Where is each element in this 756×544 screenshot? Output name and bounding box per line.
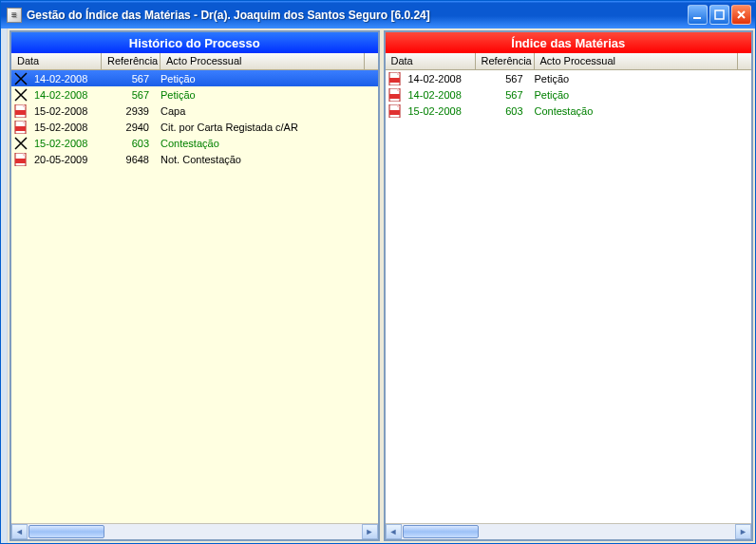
cell-referencia: 567 — [102, 73, 157, 84]
row-icon-cell — [386, 88, 405, 102]
cell-data: 15-02-2008 — [30, 122, 102, 133]
pdf-icon — [388, 104, 402, 118]
col-spare — [365, 53, 378, 69]
panel-header-right: Índice das Matérias — [386, 32, 752, 53]
col-referencia[interactable]: Referência — [476, 53, 535, 69]
panel-header-left: Histórico do Processo — [11, 32, 378, 53]
table-row[interactable]: 15-02-20082939Capa — [11, 103, 378, 119]
svg-rect-0 — [693, 17, 701, 19]
titlebar[interactable]: ≡ Gestão do Índice das Matérias - Dr(a).… — [1, 1, 755, 28]
grid-body-right[interactable]: 14-02-2008567Petição14-02-2008567Petição… — [386, 70, 752, 523]
close-icon — [736, 9, 747, 20]
pen-x-icon — [14, 72, 28, 85]
col-acto[interactable]: Acto Processual — [535, 53, 739, 69]
pen-x-icon — [14, 137, 28, 150]
grid-right: Data Referência Acto Processual 14-02-20… — [386, 53, 752, 539]
pdf-icon — [388, 88, 402, 102]
minimize-icon — [692, 9, 703, 20]
cell-referencia: 2940 — [102, 122, 157, 133]
table-row[interactable]: 15-02-2008603Contestação — [386, 103, 752, 119]
table-row[interactable]: 14-02-2008567Petição — [11, 70, 378, 86]
cell-acto: Petição — [157, 89, 378, 101]
col-data[interactable]: Data — [11, 53, 102, 69]
pdf-icon — [388, 72, 402, 85]
scroll-track[interactable] — [28, 524, 362, 539]
cell-referencia: 603 — [476, 105, 531, 117]
row-icon-cell — [386, 72, 405, 85]
col-acto[interactable]: Acto Processual — [161, 53, 365, 69]
close-button[interactable] — [731, 5, 751, 25]
panel-historico: Histórico do Processo Data Referência Ac… — [9, 30, 380, 541]
table-row[interactable]: 14-02-2008567Petição — [386, 86, 752, 103]
cell-acto: Contestação — [157, 138, 378, 149]
table-row[interactable]: 20-05-20099648Not. Contestação — [11, 151, 378, 167]
scroll-right-button[interactable]: ► — [362, 524, 378, 539]
cell-data: 20-05-2009 — [30, 154, 102, 165]
cell-acto: Petição — [157, 73, 378, 84]
cell-referencia: 567 — [102, 89, 157, 101]
scroll-thumb[interactable] — [28, 525, 104, 538]
cell-referencia: 567 — [476, 73, 531, 84]
cell-acto: Petição — [531, 73, 752, 84]
cell-referencia: 603 — [102, 138, 157, 149]
cell-acto: Capa — [157, 105, 378, 117]
col-data[interactable]: Data — [386, 53, 476, 69]
cell-data: 14-02-2008 — [30, 89, 102, 101]
grid-body-left[interactable]: 14-02-2008567Petição14-02-2008567Petição… — [11, 70, 378, 523]
pdf-icon — [14, 121, 28, 134]
scroll-left-button[interactable]: ◄ — [386, 524, 402, 539]
app-icon: ≡ — [7, 8, 22, 23]
cell-referencia: 9648 — [102, 154, 157, 165]
row-icon-cell — [11, 153, 30, 166]
client-area: Histórico do Processo Data Referência Ac… — [1, 28, 755, 543]
cell-referencia: 2939 — [102, 105, 157, 117]
cell-referencia: 567 — [476, 89, 531, 101]
left-gutter — [1, 28, 8, 543]
cell-acto: Cit. por Carta Registada c/AR — [157, 122, 378, 133]
hscroll-right[interactable]: ◄ ► — [386, 523, 752, 539]
maximize-icon — [714, 9, 725, 20]
svg-rect-1 — [715, 10, 724, 19]
scroll-left-button[interactable]: ◄ — [11, 524, 28, 539]
scroll-thumb[interactable] — [403, 525, 479, 538]
table-row[interactable]: 14-02-2008567Petição — [11, 86, 378, 103]
cell-acto: Not. Contestação — [157, 154, 378, 165]
hscroll-left[interactable]: ◄ ► — [11, 523, 378, 539]
pen-x-icon — [14, 88, 28, 102]
grid-header-left[interactable]: Data Referência Acto Processual — [11, 53, 378, 70]
row-icon-cell — [386, 104, 405, 118]
scroll-right-button[interactable]: ► — [735, 524, 751, 539]
cell-data: 14-02-2008 — [405, 73, 476, 84]
cell-acto: Petição — [531, 89, 752, 101]
row-icon-cell — [11, 88, 30, 102]
row-icon-cell — [11, 137, 30, 150]
col-spare — [738, 53, 751, 69]
scroll-track[interactable] — [402, 524, 736, 539]
panel-indice: Índice das Matérias Data Referência Acto… — [384, 30, 754, 541]
pdf-icon — [14, 104, 28, 118]
row-icon-cell — [11, 72, 30, 85]
cell-data: 15-02-2008 — [30, 105, 102, 117]
app-window: ≡ Gestão do Índice das Matérias - Dr(a).… — [0, 0, 756, 544]
cell-data: 14-02-2008 — [30, 73, 102, 84]
window-title: Gestão do Índice das Matérias - Dr(a). J… — [27, 9, 430, 22]
pdf-icon — [14, 153, 28, 166]
table-row[interactable]: 15-02-20082940Cit. por Carta Registada c… — [11, 119, 378, 135]
cell-data: 15-02-2008 — [405, 105, 476, 117]
minimize-button[interactable] — [688, 5, 708, 25]
table-row[interactable]: 15-02-2008603Contestação — [11, 135, 378, 151]
grid-header-right[interactable]: Data Referência Acto Processual — [386, 53, 752, 70]
table-row[interactable]: 14-02-2008567Petição — [386, 70, 752, 86]
maximize-button[interactable] — [709, 5, 729, 25]
row-icon-cell — [11, 104, 30, 118]
grid-left: Data Referência Acto Processual 14-02-20… — [11, 53, 378, 539]
cell-data: 15-02-2008 — [30, 138, 102, 149]
row-icon-cell — [11, 121, 30, 134]
cell-acto: Contestação — [531, 105, 752, 117]
cell-data: 14-02-2008 — [405, 89, 476, 101]
col-referencia[interactable]: Referência — [102, 53, 161, 69]
